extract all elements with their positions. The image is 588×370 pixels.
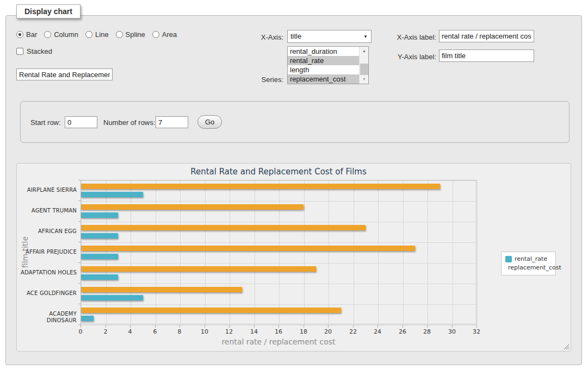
- chart-type-radio-label: Area: [162, 30, 177, 39]
- chevron-down-icon: ▼: [363, 35, 368, 39]
- bar-replacement_cost: [81, 308, 341, 313]
- gridline: [106, 180, 107, 325]
- y-axis-label-label: Y-Axis label:: [393, 53, 436, 61]
- bar-replacement_cost: [81, 204, 304, 210]
- series-option-length[interactable]: length: [288, 65, 360, 74]
- x-tick: [130, 325, 131, 328]
- y-tick: [78, 262, 81, 263]
- x-tick-label: 0: [70, 328, 91, 335]
- gridline: [81, 263, 477, 264]
- chart-type-radiogroup: BarColumnLineSplineArea: [16, 30, 184, 39]
- gridline: [81, 201, 477, 202]
- legend-label: replacement_cost: [508, 265, 561, 271]
- scroll-down-icon[interactable]: ▼: [360, 75, 369, 84]
- series-option-rental_rate[interactable]: rental_rate: [288, 56, 360, 65]
- radio-icon[interactable]: [44, 31, 51, 38]
- chart-x-axis-title: rental rate / replacement cost: [81, 337, 476, 346]
- x-tick-label: 28: [416, 328, 438, 335]
- x-tick-label: 8: [169, 328, 190, 335]
- chart-type-radio-label: Column: [54, 30, 78, 39]
- go-button[interactable]: Go: [197, 115, 222, 129]
- x-tick: [304, 325, 304, 328]
- legend-item-rental_rate[interactable]: rental_rate: [505, 255, 552, 264]
- x-tick-label: 4: [119, 328, 141, 335]
- resize-handle-icon[interactable]: [562, 343, 569, 349]
- radio-icon[interactable]: [16, 31, 23, 38]
- gridline: [354, 180, 354, 325]
- gridline: [329, 180, 329, 325]
- x-tick: [205, 325, 205, 328]
- gridline: [255, 180, 255, 325]
- gridline: [205, 180, 206, 325]
- bar-rental_rate: [81, 254, 118, 259]
- checkbox-icon[interactable]: [16, 48, 23, 55]
- category-label: AFFAIR PREJUDICE: [18, 249, 77, 255]
- x-tick: [229, 325, 230, 328]
- x-tick: [427, 325, 428, 328]
- chart-type-radio-spline[interactable]: Spline: [116, 30, 145, 39]
- stacked-checkbox-row[interactable]: Stacked: [16, 47, 52, 55]
- y-tick: [78, 180, 81, 180]
- x-tick: [328, 325, 329, 328]
- gridline: [403, 180, 404, 325]
- y-tick: [78, 283, 81, 284]
- bar-rental_rate: [81, 192, 143, 197]
- y-tick: [78, 304, 81, 304]
- series-listbox[interactable]: rental_durationrental_ratelengthreplacem…: [287, 46, 369, 84]
- bar-replacement_cost: [81, 225, 366, 230]
- chart-type-radio-line[interactable]: Line: [85, 30, 109, 39]
- series-list-label: Series:: [247, 76, 283, 84]
- gridline: [180, 180, 181, 325]
- chart-title-input[interactable]: [16, 68, 113, 80]
- start-row-input[interactable]: [65, 116, 97, 128]
- scroll-up-icon[interactable]: ▲: [360, 47, 369, 55]
- x-tick-label: 14: [243, 328, 265, 335]
- gridline: [81, 222, 477, 222]
- listbox-scrollbar[interactable]: ▲ ▼: [359, 47, 368, 84]
- chart-type-radio-label: Spline: [126, 30, 145, 39]
- series-option-rental_duration[interactable]: rental_duration: [288, 47, 360, 56]
- num-rows-input[interactable]: [156, 116, 188, 128]
- chart-type-radio-column[interactable]: Column: [44, 30, 78, 39]
- x-axis-label-input[interactable]: [439, 30, 534, 42]
- gridline: [156, 180, 156, 325]
- legend-label: rental_rate: [515, 256, 547, 262]
- gridline: [304, 180, 305, 325]
- x-axis-selected-value: title: [290, 32, 301, 40]
- num-rows-label: Number of rows:: [103, 118, 155, 127]
- bar-replacement_cost: [81, 246, 415, 251]
- x-tick: [278, 325, 279, 328]
- x-tick: [452, 325, 453, 328]
- x-axis-select[interactable]: title ▼: [287, 30, 372, 43]
- page: Display chart BarColumnLineSplineArea St…: [0, 0, 588, 370]
- chart-legend: rental_ratereplacement_cost: [501, 252, 556, 275]
- chart-type-radio-area[interactable]: Area: [152, 30, 177, 39]
- gridline: [81, 304, 477, 305]
- bar-rental_rate: [81, 212, 118, 218]
- radio-icon[interactable]: [116, 31, 123, 38]
- gridline: [131, 180, 131, 325]
- x-tick-label: 20: [317, 328, 339, 335]
- x-tick-label: 6: [144, 328, 166, 335]
- legend-item-replacement_cost[interactable]: replacement_cost: [505, 264, 552, 272]
- gridline: [81, 180, 82, 325]
- category-label: AGENT TRUMAN: [18, 208, 77, 214]
- chart-type-radio-bar[interactable]: Bar: [16, 30, 37, 39]
- series-option-replacement_cost[interactable]: replacement_cost: [288, 74, 360, 84]
- gridline: [81, 284, 477, 284]
- bar-rental_rate: [81, 295, 143, 300]
- gridline: [378, 180, 379, 325]
- x-tick: [254, 325, 255, 328]
- gridline: [81, 325, 477, 325]
- x-tick: [155, 325, 156, 328]
- y-tick: [78, 324, 81, 325]
- radio-icon[interactable]: [152, 31, 159, 38]
- x-tick: [377, 325, 378, 328]
- bar-replacement_cost: [81, 266, 316, 272]
- x-axis-label-label: X-Axis label:: [393, 33, 436, 41]
- legend-symbol: [505, 256, 512, 262]
- y-axis-label-input[interactable]: [439, 49, 534, 62]
- radio-icon[interactable]: [85, 31, 92, 38]
- bar-rental_rate: [81, 274, 118, 280]
- chart-title: Rental Rate and Replacement Cost of Film…: [81, 167, 476, 177]
